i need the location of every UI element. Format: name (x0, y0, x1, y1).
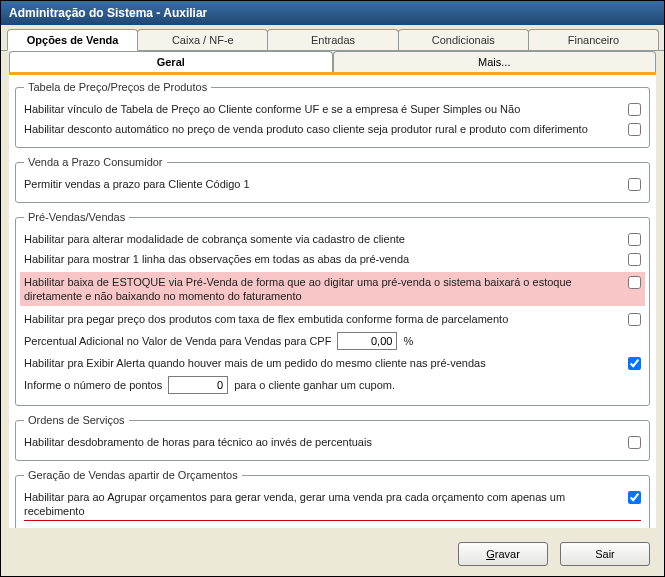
option-label: Percentual Adicional no Valor de Venda p… (24, 335, 331, 347)
input-numero-pontos[interactable] (168, 376, 228, 394)
tab-condicionais[interactable]: Condicionais (398, 29, 529, 50)
checkbox-baixa-estoque-prevenda[interactable] (628, 276, 641, 289)
group-title: Geração de Vendas apartir de Orçamentos (24, 469, 242, 481)
tab-opcoes-venda[interactable]: Opções de Venda (7, 29, 138, 51)
save-button[interactable]: Gravar (458, 542, 548, 566)
checkbox-preco-flex[interactable] (628, 313, 641, 326)
option-label: Habilitar pra pegar preço dos produtos c… (24, 312, 622, 326)
main-tabs: Opções de Venda Caixa / NF-e Entradas Co… (1, 25, 664, 51)
group-venda-prazo: Venda a Prazo Consumidor Permitir vendas… (15, 156, 650, 203)
option-label: Informe o número de pontos (24, 379, 162, 391)
exit-label: Sair (595, 548, 615, 560)
sub-tabs: Geral Mais... (9, 51, 656, 75)
checkbox-modalidade-cobranca[interactable] (628, 233, 641, 246)
tab-entradas[interactable]: Entradas (267, 29, 398, 50)
titlebar: Adminitração do Sistema - Auxiliar (1, 1, 664, 25)
tab-financeiro[interactable]: Financeiro (528, 29, 659, 50)
option-label: Habilitar pra Exibir Alerta quando houve… (24, 356, 622, 370)
option-label: Permitir vendas a prazo para Cliente Cód… (24, 177, 622, 191)
group-title: Tabela de Preço/Preços de Produtos (24, 81, 211, 93)
checkbox-venda-prazo-cliente1[interactable] (628, 178, 641, 191)
unit-label: % (403, 335, 413, 347)
group-geracao-vendas: Geração de Vendas apartir de Orçamentos … (15, 469, 650, 528)
option-label-cont: para o cliente ganhar um cupom. (234, 379, 395, 391)
checkbox-vinculo-tabela-uf[interactable] (628, 103, 641, 116)
group-title: Venda a Prazo Consumidor (24, 156, 167, 168)
content: Tabela de Preço/Preços de Produtos Habil… (9, 75, 656, 528)
tab-caixa-nfe[interactable]: Caixa / NF-e (137, 29, 268, 50)
option-label: Habilitar para alterar modalidade de cob… (24, 232, 622, 246)
option-label: Habilitar desconto automático no preço d… (24, 122, 622, 136)
option-label: Habilitar vínculo de Tabela de Preço ao … (24, 102, 622, 116)
exit-button[interactable]: Sair (560, 542, 650, 566)
input-percentual-cpf[interactable] (337, 332, 397, 350)
option-label: Habilitar baixa de ESTOQUE via Pré-Venda… (24, 275, 622, 303)
group-ordens-servicos: Ordens de Serviços Habilitar desdobramen… (15, 414, 650, 461)
checkbox-desdobramento-horas[interactable] (628, 436, 641, 449)
option-label: Habilitar desdobramento de horas para té… (24, 435, 622, 449)
checkbox-alerta-pedidos[interactable] (628, 357, 641, 370)
footer: Gravar Sair (1, 534, 664, 576)
subtab-mais[interactable]: Mais... (333, 51, 657, 72)
checkbox-mostrar-linha-obs[interactable] (628, 253, 641, 266)
group-pre-vendas: Pré-Vendas/Vendas Habilitar para alterar… (15, 211, 650, 406)
window: Adminitração do Sistema - Auxiliar Opçõe… (0, 0, 665, 577)
checkbox-agrupar-orcamentos[interactable] (628, 491, 641, 504)
option-label: Habilitar para ao Agrupar orçamentos par… (24, 490, 622, 518)
save-label-rest: ravar (495, 548, 520, 560)
checkbox-desconto-produtor-rural[interactable] (628, 123, 641, 136)
group-title: Pré-Vendas/Vendas (24, 211, 129, 223)
window-title: Adminitração do Sistema - Auxiliar (9, 6, 207, 20)
subtab-geral[interactable]: Geral (9, 51, 333, 72)
group-title: Ordens de Serviços (24, 414, 129, 426)
option-label: Habilitar para mostrar 1 linha das obser… (24, 252, 622, 266)
group-tabela-preco: Tabela de Preço/Preços de Produtos Habil… (15, 81, 650, 148)
